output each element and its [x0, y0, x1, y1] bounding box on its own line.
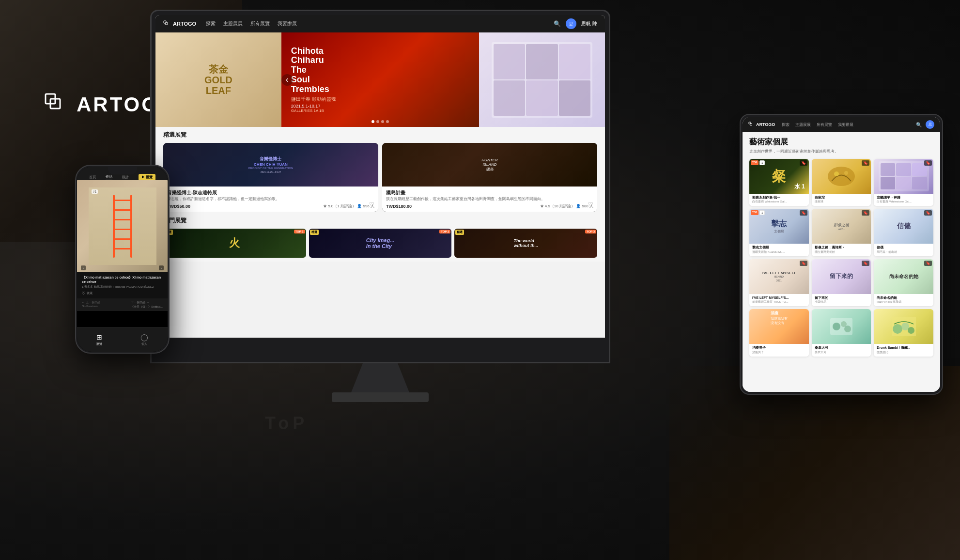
nav-link-theme[interactable]: 主題展展: [223, 20, 243, 27]
exhibit-info-2: 獵島計畫 孩在長期經歷工藝創作後，這次集結工藝家至台灣各地田野調查，創闢島嶼生態…: [382, 187, 597, 212]
desktop-monitor: ARTOGO 探索 主題展展 所有展覽 我要辦展 🔍 思 思帆 陳: [150, 10, 610, 363]
tab-card-info-10: 消瘦男子 消瘦男子: [749, 344, 809, 356]
phone-bottom-profile[interactable]: ◯ 個人: [140, 333, 148, 346]
phone-artwork-display: #1: [89, 187, 156, 265]
phone-img-prev-arrow[interactable]: ‹: [81, 265, 86, 270]
phone-prev-next-nav: ← 上一個作品 No Previous 下一個作品 → 《士兵（短）》Solda…: [77, 298, 168, 311]
tab-nav-explore[interactable]: 探索: [782, 122, 790, 127]
tab-card-title-7: I'VE LEFT MYSELF/S...: [752, 296, 806, 300]
tab-card-10[interactable]: 消瘦 我説我我有 没有没有 消瘦男子 消瘦男子: [749, 309, 809, 356]
monitor-nav-links: 探索 主題展展 所有展覽 我要辦展: [206, 20, 297, 27]
tab-card-7[interactable]: I'VE LEFT MYSELF BEHIND 2021 🔖 I'VE LEFT…: [749, 259, 809, 306]
tab-card-img-11: [812, 309, 871, 344]
tab-card-venue-4: 邊疆美術館 Kuandu Mu...: [752, 250, 806, 254]
exhibit-rating-1: ★ 5.0（1 則評論） 👤 996 人: [323, 203, 374, 209]
hero-gallery: GALLERIES 1A 1B: [291, 109, 324, 113]
tab-bookmark-3: 🔖: [924, 160, 932, 166]
browse-icon: ⊞: [96, 333, 102, 341]
tab-card-title-2: 曲家瑄: [815, 196, 868, 200]
hot-img-2: City Imag...in the City: [309, 229, 452, 258]
hero-dot-4[interactable]: [386, 120, 389, 123]
search-icon[interactable]: 🔍: [554, 20, 561, 27]
tab-card-3[interactable]: 🔖 京畿讀平・神護 白石畫廊 Whitestone Gal...: [874, 159, 933, 206]
nav-link-host[interactable]: 我要辦展: [278, 20, 297, 27]
tab-card-badge-1: TOP 1: [751, 160, 765, 165]
exhibit-heart-1[interactable]: ♡: [369, 201, 374, 208]
tab-card-8[interactable]: 留下來的 🔖 留下來的 小囡特品: [812, 259, 871, 306]
exhibit-desc-1: 陳志遠，你或許聽過這名字，卻不認識他，但一定聽過他寫的歌。: [167, 196, 374, 202]
nav-link-explore[interactable]: 探索: [206, 20, 216, 27]
tab-card-title-10: 消瘦男子: [752, 346, 806, 350]
svg-point-7: [834, 171, 839, 176]
phone-nav-home[interactable]: 首頁: [89, 175, 96, 180]
tab-bookmark-9: 🔖: [924, 261, 932, 266]
svg-point-8: [844, 171, 848, 175]
tab-card-title-8: 留下來的: [815, 296, 868, 300]
tab-bookmark-6: 🔖: [924, 210, 932, 216]
tab-card-img-3: 🔖: [874, 159, 933, 194]
phone-nav-artwork[interactable]: 作品: [106, 174, 112, 180]
hero-subtitle: 鹽田千春 顫動的靈魂: [291, 96, 336, 103]
exhibit-heart-2[interactable]: ♡: [588, 201, 593, 208]
exhibit-rating-2: ★ 4.9（10 則評論） 👤 980 人: [540, 203, 593, 209]
tab-card-img-2: 🔖: [812, 159, 871, 194]
tab-nav-theme[interactable]: 主題展展: [795, 122, 811, 127]
hot-top-2: TOP 2: [439, 230, 450, 233]
phone-nav-guide[interactable]: 觀計: [122, 175, 129, 180]
phone-like-button[interactable]: ♡ 收藏: [82, 291, 163, 296]
tab-nav-host[interactable]: 我要辦展: [838, 122, 853, 127]
exhibit-card-2[interactable]: HUNTERISLAND獵島 ♡ 獵島計畫 孩在長期經歷工藝創作後，這次集結工藝…: [382, 143, 597, 212]
tab-card-9[interactable]: 尚未命名的她 🔖 尚未命名的她 Hain yin lau 李及錦: [874, 259, 933, 306]
tab-card-5[interactable]: 影像之後 attif... 🔖 影像之後：邁琦斯・ 國立臺灣美術館: [812, 209, 871, 256]
monitor-username: 思帆 陳: [581, 20, 597, 27]
monitor-screen: ARTOGO 探索 主題展展 所有展覽 我要辦展 🔍 思 思帆 陳: [155, 15, 605, 338]
monitor-content: 精選展覽 音樂怪博士 CHEN CHIH-YUAN PRODIGY OF THE…: [155, 127, 605, 262]
exhibit-card-1[interactable]: 音樂怪博士 CHEN CHIH-YUAN PRODIGY OF THE GENE…: [163, 143, 378, 212]
num-badge: 1: [759, 160, 765, 165]
tab-card-6[interactable]: 信僡 🔖 信僡 周巧其・前出雄: [874, 209, 933, 256]
nav-link-all[interactable]: 所有展覽: [250, 20, 270, 27]
hero-dot-2[interactable]: [376, 120, 379, 123]
tablet-device: ARTOGO 探索 主題展展 所有展覽 我要辦展 🔍 思 藝術家個展: [740, 114, 943, 395]
hot-top-3: TOP 3: [585, 230, 596, 233]
tab-card-venue-8: 小囡特品: [815, 300, 868, 304]
hot-img-3: The worldwithout th...: [454, 229, 597, 258]
svg-point-12: [844, 326, 851, 332]
tablet-screen: ARTOGO 探索 主題展展 所有展覽 我要辦展 🔍 思 藝術家個展: [743, 117, 940, 392]
phone-nav-play[interactable]: ▶ 播覽: [139, 174, 155, 181]
phone-prev-work[interactable]: ← 上一個作品 No Previous: [82, 300, 100, 309]
monitor-user-avatar: 思: [566, 18, 576, 29]
tab-card-12[interactable]: Drunk Bambi / 微醺... 微醺坐比: [874, 309, 933, 356]
tab-card-img-6: 信僡 🔖: [874, 209, 933, 244]
exhibit-name-2: 獵島計畫: [386, 189, 593, 196]
monitor-base: [332, 392, 429, 402]
tab-nav-all[interactable]: 所有展覽: [817, 122, 832, 127]
phone-bottom-browse[interactable]: ⊞ 瀏覽: [96, 333, 102, 346]
tab-card-info-5: 影像之後：邁琦斯・ 國立臺灣美術館: [812, 244, 871, 256]
tab-card-info-1: 郭康永創作集·我一 白石畫廊 Whitestone Gal...: [749, 194, 809, 206]
monitor-scroll-area: 茶金GOLDLEAF ChihotaChiharuTheSoulTrembles…: [155, 32, 605, 338]
tablet-search-icon[interactable]: 🔍: [916, 122, 922, 127]
tab-card-1[interactable]: 粲 水 1 TOP 1 🔖 郭康永創作集·我一 白石畫廊 Whitestone …: [749, 159, 809, 206]
hero-dot-1[interactable]: [372, 120, 374, 123]
browse-label: 瀏覽: [96, 342, 102, 346]
tab-card-11[interactable]: 桑拿大可 桑拿大可: [812, 309, 871, 356]
phone-artwork-info: 《Xi mo matlazacan ce cehce》Xi mo matlaza…: [77, 272, 168, 298]
exhibit-name-1: 音樂怪博士-陳志遠特展: [167, 189, 374, 196]
hot-card-2[interactable]: City Imag...in the City 精選 TOP 2: [309, 229, 452, 258]
tab-card-4[interactable]: 擊志 文個展 TOP 1 🔖 擊志文個展 邊疆美術館 Kuandu Mu..: [749, 209, 809, 256]
tab-card-2[interactable]: 🔖 曲家瑄 曲家瑛: [812, 159, 871, 206]
phone-img-next-arrow[interactable]: ›: [159, 265, 164, 270]
tab-card-info-12: Drunk Bambi / 微醺... 微醺坐比: [874, 344, 933, 356]
hot-card-1[interactable]: 火 精選 TOP 1: [163, 229, 306, 258]
hot-card-3[interactable]: The worldwithout th... 精選 TOP 3: [454, 229, 597, 258]
hero-prev-arrow[interactable]: ‹: [281, 74, 293, 86]
hero-dot-3[interactable]: [381, 120, 384, 123]
phone-next-work[interactable]: 下一個作品 → 《士兵（短）》Soldad...: [131, 300, 163, 309]
profile-label: 個人: [141, 342, 147, 346]
tablet-frame: ARTOGO 探索 主題展展 所有展覽 我要辦展 🔍 思 藝術家個展: [740, 114, 943, 395]
tab-card-info-7: I'VE LEFT MYSELF/S... 前衛藝術工作室 TRUE TO...: [749, 294, 809, 306]
svg-point-16: [908, 327, 914, 334]
top-badge: TOP: [751, 160, 759, 165]
monitor-navbar: ARTOGO 探索 主題展展 所有展覽 我要辦展 🔍 思 思帆 陳: [155, 15, 605, 32]
